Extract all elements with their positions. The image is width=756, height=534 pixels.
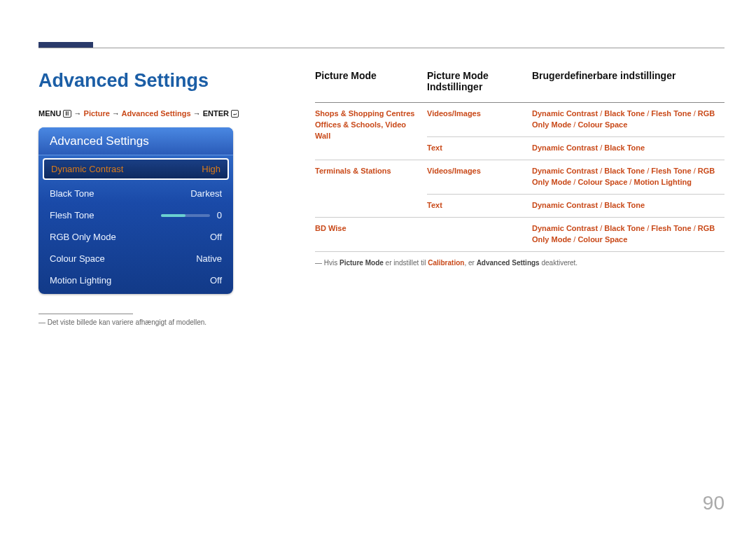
- row-value: Off: [210, 232, 222, 242]
- footnote: ― Det viste billede kan variere afhængig…: [38, 318, 290, 326]
- page-number: 90: [703, 492, 724, 514]
- arrow-icon: →: [112, 109, 120, 118]
- row-value: Darkest: [190, 188, 222, 199]
- footnote-separator: [38, 314, 133, 314]
- cell: Terminals & Stations: [315, 167, 391, 175]
- cell: Videos/Images: [427, 167, 481, 175]
- table-row: Terminals & Stations Videos/Images Dynam…: [315, 160, 724, 194]
- row-dynamic-contrast[interactable]: Dynamic Contrast High: [43, 158, 229, 180]
- slider-fill: [161, 214, 186, 217]
- row-label: RGB Only Mode: [50, 232, 116, 242]
- cell: Offices & Schools, Video Wall: [315, 120, 406, 140]
- th-user-settings: Brugerdefinerbare indstillinger: [532, 70, 724, 103]
- breadcrumb-enter: ENTER: [203, 109, 229, 118]
- enter-icon: ↵: [231, 110, 239, 118]
- cell: Shops & Shopping Centres: [315, 109, 414, 118]
- th-picture-mode-ind: Picture Mode Indstillinger: [427, 70, 532, 103]
- row-label: Motion Lighting: [50, 275, 111, 286]
- table-note: ― Hvis Picture Mode er indstillet til Ca…: [315, 259, 724, 267]
- page-title: Advanced Settings: [38, 70, 290, 92]
- row-value: Off: [210, 275, 222, 286]
- table-row: BD Wise Dynamic Contrast / Black Tone / …: [315, 217, 724, 251]
- breadcrumb-advanced: Advanced Settings: [122, 109, 191, 118]
- cell: Text: [427, 201, 442, 209]
- header-rule: [38, 48, 724, 48]
- cell: BD Wise: [315, 224, 346, 232]
- breadcrumb-menu: MENU: [38, 109, 61, 118]
- breadcrumb: MENU Ⅲ → Picture → Advanced Settings → E…: [38, 109, 290, 118]
- table-row: Shops & Shopping Centres Offices & Schoo…: [315, 103, 724, 137]
- settings-table: Picture Mode Picture Mode Indstillinger …: [315, 70, 724, 252]
- row-rgb-only-mode[interactable]: RGB Only Mode Off: [38, 226, 233, 248]
- cell: Videos/Images: [427, 109, 481, 118]
- row-flesh-tone[interactable]: Flesh Tone 0: [38, 204, 233, 226]
- arrow-icon: →: [193, 109, 201, 118]
- th-picture-mode: Picture Mode: [315, 70, 427, 103]
- cell: Text: [427, 143, 442, 152]
- row-label: Colour Space: [50, 253, 105, 264]
- row-black-tone[interactable]: Black Tone Darkest: [38, 183, 233, 204]
- row-motion-lighting[interactable]: Motion Lighting Off: [38, 269, 233, 294]
- panel-title: Advanced Settings: [38, 127, 233, 155]
- slider-track[interactable]: [161, 214, 210, 217]
- settings-panel: Advanced Settings Dynamic Contrast High …: [38, 127, 233, 294]
- row-value: Native: [196, 253, 222, 264]
- header-mark: [38, 42, 93, 48]
- arrow-icon: →: [74, 109, 82, 118]
- row-label: Black Tone: [50, 188, 94, 199]
- menu-icon: Ⅲ: [63, 110, 71, 118]
- row-label: Flesh Tone: [50, 210, 94, 220]
- breadcrumb-picture: Picture: [84, 109, 110, 118]
- row-value: High: [202, 164, 220, 174]
- row-colour-space[interactable]: Colour Space Native: [38, 248, 233, 269]
- row-label: Dynamic Contrast: [51, 164, 123, 174]
- row-value: 0: [217, 210, 222, 220]
